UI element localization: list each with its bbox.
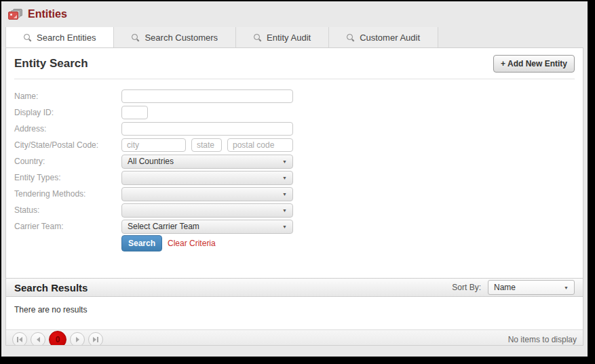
results-title: Search Results: [14, 282, 88, 294]
form-row-display-id: Display ID:: [14, 104, 575, 121]
country-dropdown[interactable]: All Countries ▼: [121, 155, 293, 169]
sort-by-dropdown-value: Name: [494, 283, 516, 292]
city-state-postal-label: City/State/Postal Code:: [14, 140, 121, 150]
chevron-down-icon: ▼: [282, 192, 287, 197]
pager-buttons: 0: [12, 331, 103, 346]
search-icon: [347, 33, 355, 41]
entity-types-label: Entity Types:: [14, 173, 121, 182]
clear-criteria-link[interactable]: Clear Criteria: [168, 239, 216, 248]
section-title: Entity Search: [14, 57, 88, 70]
tab-label: Entity Audit: [267, 33, 311, 43]
panel-head: Entity Search + Add New Entity: [6, 48, 583, 79]
form-row-tendering-methods: Tendering Methods: ▼: [14, 186, 575, 202]
search-icon: [132, 33, 140, 41]
address-label: Address:: [14, 124, 121, 134]
tendering-methods-label: Tendering Methods:: [14, 189, 121, 199]
chevron-down-icon: ▼: [282, 159, 287, 164]
form-row-name: Name:: [14, 88, 575, 104]
entity-search-panel: Entity Search + Add New Entity Name: Dis…: [5, 47, 583, 346]
add-new-entity-button[interactable]: + Add New Entity: [493, 55, 575, 73]
chevron-down-icon: ▼: [282, 208, 287, 213]
status-label: Status:: [14, 205, 121, 215]
form-row-status: Status: ▼: [14, 202, 575, 218]
form-row-city-state-postal: City/State/Postal Code:: [14, 137, 575, 153]
form-row-address: Address:: [14, 121, 575, 137]
previous-page-button[interactable]: [31, 332, 45, 346]
current-page-indicator[interactable]: 0: [49, 331, 66, 346]
search-icon: [254, 33, 262, 41]
form-actions: Search Clear Criteria: [121, 235, 575, 252]
tab-label: Search Entities: [37, 33, 96, 43]
form-row-country: Country: All Countries ▼: [14, 153, 575, 169]
state-input[interactable]: [191, 138, 222, 152]
chevron-down-icon: ▼: [564, 285, 569, 290]
sort-group: Sort By: Name ▼: [452, 280, 575, 295]
form-row-carrier-team: Carrier Team: Select Carrier Team ▼: [14, 218, 575, 235]
next-page-icon: [76, 337, 79, 342]
app-window: Entities Search Entities Search Customer…: [1, 1, 588, 357]
no-results-message: There are no results: [6, 297, 583, 323]
search-results-bar: Search Results Sort By: Name ▼: [6, 278, 583, 297]
tendering-methods-dropdown[interactable]: ▼: [121, 187, 293, 201]
no-items-text: No items to display: [508, 335, 577, 344]
status-dropdown[interactable]: ▼: [121, 203, 293, 218]
pagination-bar: 0 No items to display: [6, 329, 583, 346]
first-page-button[interactable]: [12, 332, 27, 346]
previous-page-icon: [37, 337, 40, 342]
form-row-entity-types: Entity Types: ▼: [14, 169, 575, 186]
entities-cards-icon: [8, 9, 22, 20]
search-form: Name: Display ID: Address: City/State/Po…: [6, 79, 583, 252]
address-input[interactable]: [121, 122, 293, 136]
carrier-team-dropdown-value: Select Carrier Team: [128, 222, 199, 231]
tab-strip: Search Entities Search Customers Entity …: [1, 27, 588, 47]
carrier-team-label: Carrier Team:: [14, 222, 121, 231]
display-id-label: Display ID:: [14, 108, 121, 117]
sort-by-label: Sort By:: [452, 283, 481, 292]
next-page-button[interactable]: [70, 332, 85, 346]
first-page-icon: [17, 337, 18, 342]
carrier-team-dropdown[interactable]: Select Carrier Team ▼: [121, 220, 293, 234]
country-label: Country:: [14, 157, 121, 166]
sort-by-dropdown[interactable]: Name ▼: [488, 280, 575, 295]
chevron-down-icon: ▼: [282, 224, 287, 229]
search-button[interactable]: Search: [121, 235, 162, 251]
app-header: Entities: [1, 1, 588, 27]
tab-search-customers[interactable]: Search Customers: [114, 27, 236, 47]
tab-search-entities[interactable]: Search Entities: [5, 27, 114, 47]
tab-label: Search Customers: [145, 33, 218, 43]
chevron-down-icon: ▼: [282, 176, 287, 180]
tab-entity-audit[interactable]: Entity Audit: [236, 27, 329, 47]
last-page-icon: [93, 337, 96, 342]
tab-customer-audit[interactable]: Customer Audit: [329, 27, 438, 47]
city-input[interactable]: [121, 138, 186, 152]
country-dropdown-value: All Countries: [128, 157, 174, 166]
name-input[interactable]: [121, 89, 293, 103]
postal-code-input[interactable]: [227, 138, 293, 152]
name-label: Name:: [14, 92, 121, 101]
search-icon: [24, 33, 32, 41]
display-id-input[interactable]: [121, 106, 148, 119]
entity-types-dropdown[interactable]: ▼: [121, 171, 293, 185]
last-page-button[interactable]: [88, 332, 103, 346]
tab-label: Customer Audit: [360, 33, 420, 43]
page-title: Entities: [28, 8, 67, 20]
